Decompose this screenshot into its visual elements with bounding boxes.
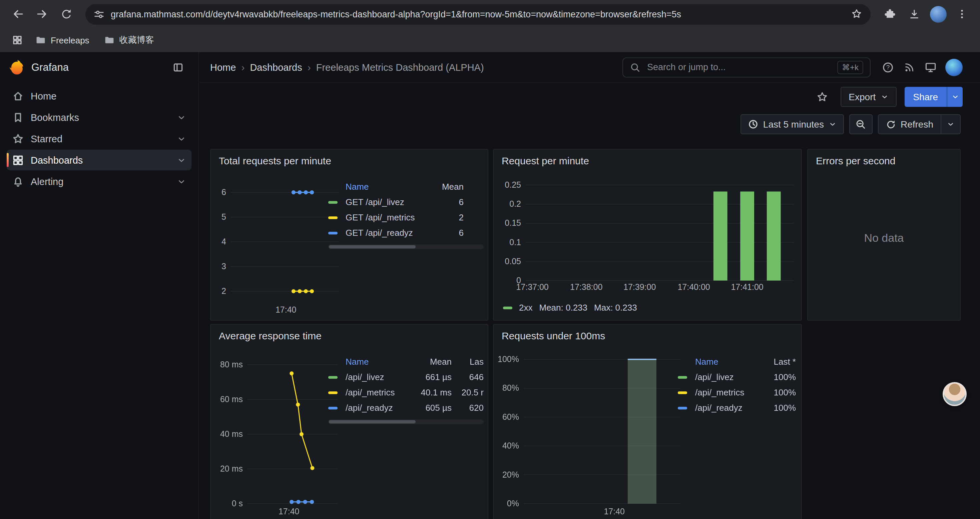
breadcrumb-dashboards[interactable]: Dashboards xyxy=(250,62,302,72)
series-swatch xyxy=(328,406,337,409)
legend-col-name[interactable]: Name xyxy=(345,182,432,192)
refresh-interval-caret[interactable] xyxy=(941,115,960,134)
url-text[interactable]: grafana.mathmast.com/d/deytv4rwavabkb/fr… xyxy=(111,9,841,19)
panel-legend: NameMeanGET /api/_livez6GET /api/_metric… xyxy=(328,179,484,249)
refresh-button-group: Refresh xyxy=(878,114,961,134)
monitor-icon[interactable] xyxy=(920,57,941,77)
legend-row[interactable]: GET /api/_livez6 xyxy=(328,194,484,210)
legend-row[interactable]: /api/_metrics40.1 ms20.5 r xyxy=(328,385,484,400)
legend-row[interactable]: /api/_readyz100% xyxy=(678,400,796,415)
grafana-logo-icon[interactable] xyxy=(10,59,25,75)
forward-icon[interactable] xyxy=(31,3,53,26)
legend-col-name[interactable]: Name xyxy=(345,357,409,367)
svg-text:100%: 100% xyxy=(498,355,519,364)
download-icon[interactable] xyxy=(903,3,925,26)
svg-text:6: 6 xyxy=(221,187,226,197)
time-range-picker[interactable]: Last 5 minutes xyxy=(740,114,844,134)
series-name[interactable]: 2xx xyxy=(519,303,532,313)
legend-col-last-[interactable]: Last * xyxy=(762,357,796,367)
legend-scrollbar[interactable] xyxy=(328,244,484,249)
svg-text:0%: 0% xyxy=(507,498,519,508)
legend-row[interactable]: /api/_metrics100% xyxy=(678,385,796,400)
back-icon[interactable] xyxy=(7,3,29,26)
folder-icon xyxy=(35,35,46,45)
svg-text:17:39:00: 17:39:00 xyxy=(624,282,656,292)
legend-value: 100% xyxy=(762,387,796,398)
legend-col-las[interactable]: Las xyxy=(456,357,484,367)
refresh-icon xyxy=(886,119,896,129)
clock-icon xyxy=(748,119,759,129)
sidebar-item-home[interactable]: Home xyxy=(7,86,191,106)
legend-value: 6 xyxy=(436,228,464,238)
legend-row[interactable]: GET /api/_metrics2 xyxy=(328,210,484,225)
time-controls: Last 5 minutes Refresh xyxy=(199,111,980,137)
reload-icon[interactable] xyxy=(55,3,77,26)
legend-col-mean[interactable]: Mean xyxy=(436,182,464,192)
sidebar-item-label: Bookmarks xyxy=(31,112,170,123)
chevron-down-icon[interactable] xyxy=(177,113,186,122)
help-icon[interactable]: ? xyxy=(877,57,899,77)
search-input[interactable] xyxy=(646,61,832,73)
legend-value: 40.1 ms xyxy=(413,387,452,398)
legend-row[interactable]: /api/_livez100% xyxy=(678,369,796,385)
refresh-label: Refresh xyxy=(900,119,933,129)
bookmark-star-icon[interactable] xyxy=(846,8,867,20)
panel-legend: NameMeanLas/api/_livez661 µs646/api/_met… xyxy=(328,354,484,424)
bookmark-folder-freeleaps[interactable]: Freeleaps xyxy=(29,32,95,48)
zoom-out-button[interactable] xyxy=(849,114,873,134)
svg-text:0.1: 0.1 xyxy=(509,238,521,247)
panel-legend: NameLast */api/_livez100%/api/_metrics10… xyxy=(678,354,796,415)
refresh-button[interactable]: Refresh xyxy=(878,115,941,134)
panel-request-per-minute: Request per minute 0.250.20.150.10.05017… xyxy=(493,149,802,321)
home-icon xyxy=(12,90,24,102)
legend-value: 605 µs xyxy=(413,403,452,413)
news-rss-icon[interactable] xyxy=(899,57,920,77)
bookmark-folder-blogs[interactable]: 收藏博客 xyxy=(98,31,160,49)
legend-row[interactable]: GET /api/_readyz6 xyxy=(328,225,484,241)
browser-profile-avatar[interactable] xyxy=(927,3,949,26)
export-button[interactable]: Export xyxy=(841,87,896,107)
dashboard-toolbar: Export Share xyxy=(199,83,980,111)
grafana-brand: Grafana xyxy=(0,52,198,83)
browser-menu-icon[interactable] xyxy=(951,3,973,26)
panel-title[interactable]: Errors per second xyxy=(816,155,955,166)
legend-col-mean[interactable]: Mean xyxy=(413,357,452,367)
bell-icon xyxy=(12,175,24,187)
breadcrumb-separator: › xyxy=(307,61,311,73)
legend-series-name: /api/_livez xyxy=(345,372,409,382)
legend-col-name[interactable]: Name xyxy=(695,357,759,367)
svg-text:0.25: 0.25 xyxy=(505,180,521,189)
export-label: Export xyxy=(849,91,876,102)
chevron-down-icon[interactable] xyxy=(177,155,186,164)
panel-legend[interactable]: 2xx Mean: 0.233 Max: 0.233 xyxy=(503,303,637,313)
floating-assistant-avatar[interactable] xyxy=(943,382,967,406)
breadcrumb-home[interactable]: Home xyxy=(210,62,236,72)
grafana-header: Home › Dashboards › Freeleaps Metrics Da… xyxy=(199,52,980,83)
chevron-down-icon[interactable] xyxy=(177,177,186,186)
legend-scrollbar-thumb[interactable] xyxy=(329,245,416,249)
address-bar[interactable]: grafana.mathmast.com/d/deytv4rwavabkb/fr… xyxy=(85,4,870,24)
apps-grid-icon[interactable] xyxy=(8,31,27,50)
legend-row[interactable]: /api/_livez661 µs646 xyxy=(328,369,484,385)
share-button[interactable]: Share xyxy=(904,87,947,107)
chevron-down-icon[interactable] xyxy=(177,134,186,143)
sidebar-item-bookmarks[interactable]: Bookmarks xyxy=(7,107,191,128)
legend-row[interactable]: /api/_readyz605 µs620 xyxy=(328,400,484,415)
user-avatar[interactable] xyxy=(945,58,963,76)
sidebar-item-dashboards[interactable]: Dashboards xyxy=(7,150,191,170)
favorite-star-icon[interactable] xyxy=(811,87,832,107)
sidebar-item-label: Dashboards xyxy=(31,155,170,165)
legend-scrollbar-thumb[interactable] xyxy=(329,420,416,423)
share-menu-caret[interactable] xyxy=(947,87,963,107)
search-box[interactable]: ⌘+k xyxy=(622,57,870,77)
legend-series-name: GET /api/_livez xyxy=(345,197,432,207)
collapse-sidebar-icon[interactable] xyxy=(167,57,189,77)
legend-scrollbar[interactable] xyxy=(328,420,484,424)
chevron-down-icon xyxy=(829,120,837,128)
site-info-icon[interactable] xyxy=(94,8,105,20)
legend-value: 100% xyxy=(762,372,796,382)
request-per-minute-chart[interactable]: 0.250.20.150.10.05017:37:0017:38:0017:39… xyxy=(494,150,803,321)
sidebar-item-alerting[interactable]: Alerting xyxy=(7,171,191,192)
extensions-icon[interactable] xyxy=(878,3,901,26)
sidebar-item-starred[interactable]: Starred xyxy=(7,128,191,149)
